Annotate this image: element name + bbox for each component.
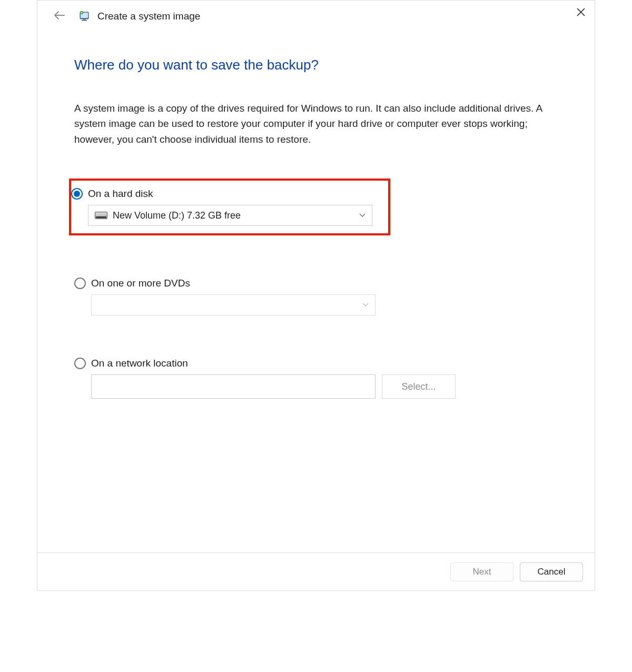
radio-dvd[interactable] [74, 278, 86, 289]
chevron-down-icon [359, 212, 366, 219]
dvd-dropdown[interactable] [91, 294, 376, 315]
radio-row-hard-disk[interactable]: On a hard disk [71, 188, 383, 200]
option-hard-disk: On a hard disk New Volume (D:) 7.32 GB f… [69, 179, 390, 235]
close-icon[interactable] [571, 4, 590, 22]
radio-row-network[interactable]: On a network location [74, 358, 558, 369]
page-description: A system image is a copy of the drives r… [74, 101, 548, 147]
network-path-input[interactable] [91, 374, 376, 399]
hard-drive-icon [95, 212, 107, 219]
cancel-button[interactable]: Cancel [520, 562, 583, 581]
svg-rect-3 [82, 20, 87, 21]
svg-rect-2 [83, 19, 86, 20]
chevron-down-icon [362, 301, 369, 309]
footer-bar: Next Cancel [37, 552, 595, 590]
option-network: On a network location Select... [74, 358, 558, 399]
radio-hard-disk[interactable] [71, 188, 83, 200]
radio-label-dvd: On one or more DVDs [91, 278, 190, 289]
radio-row-dvd[interactable]: On one or more DVDs [74, 278, 558, 289]
page-heading: Where do you want to save the backup? [74, 57, 558, 73]
radio-label-network: On a network location [91, 358, 188, 369]
titlebar: Create a system image [37, 1, 595, 32]
hard-disk-dropdown[interactable]: New Volume (D:) 7.32 GB free [88, 205, 372, 226]
content-area: Where do you want to save the backup? A … [37, 32, 595, 399]
system-image-icon [78, 9, 92, 23]
window-title: Create a system image [97, 11, 200, 22]
select-button[interactable]: Select... [382, 374, 456, 399]
radio-network[interactable] [74, 358, 86, 369]
option-dvd: On one or more DVDs [74, 278, 558, 315]
back-arrow-icon[interactable] [50, 8, 69, 24]
radio-label-hard-disk: On a hard disk [88, 188, 153, 200]
next-button[interactable]: Next [450, 562, 514, 581]
hard-disk-selected-value: New Volume (D:) 7.32 GB free [113, 210, 359, 221]
